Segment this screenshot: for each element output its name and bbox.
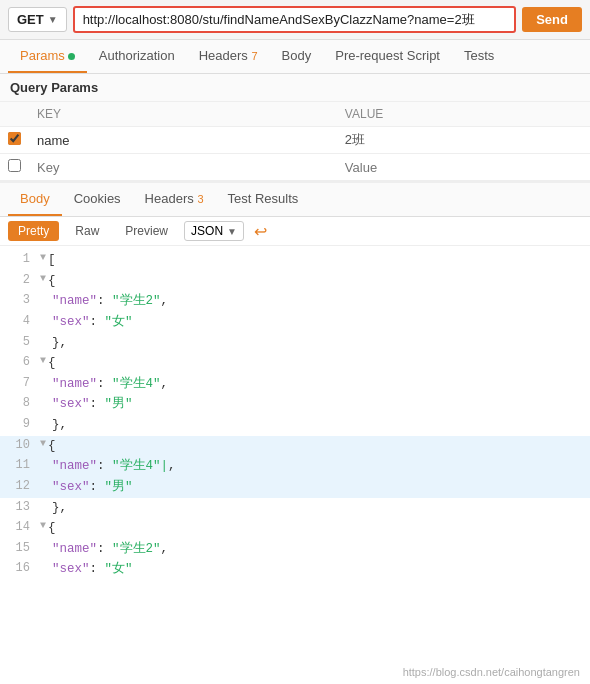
json-viewer: 1▼[2▼ {3 "name": "学生2",4 "sex": "女"5 },6… [0, 246, 590, 576]
json-line-content: { [48, 353, 56, 374]
json-line: 2▼ { [0, 271, 590, 292]
res-tab-body[interactable]: Body [8, 183, 62, 216]
res-tab-headers[interactable]: Headers 3 [133, 183, 216, 216]
method-label: GET [17, 12, 44, 27]
method-select[interactable]: GET ▼ [8, 7, 67, 32]
line-number: 6 [8, 353, 40, 374]
expand-icon[interactable]: ▼ [40, 436, 46, 457]
json-line: 8 "sex": "男" [0, 394, 590, 415]
tab-tests[interactable]: Tests [452, 40, 506, 73]
line-number: 9 [8, 415, 40, 436]
json-line: 13 }, [0, 498, 590, 519]
json-line: 10▼ { [0, 436, 590, 457]
line-number: 7 [8, 374, 40, 395]
json-line-content: }, [52, 333, 67, 354]
json-line-content: }, [52, 415, 67, 436]
json-format-select[interactable]: JSON ▼ [184, 221, 244, 241]
param-row-2 [0, 154, 590, 181]
line-number: 10 [8, 436, 40, 457]
json-line: 12 "sex": "男" [0, 477, 590, 498]
tab-prerequest[interactable]: Pre-request Script [323, 40, 452, 73]
json-line-content: [ [48, 250, 56, 271]
pretty-button[interactable]: Pretty [8, 221, 59, 241]
json-line-content: "sex": "女" [52, 559, 133, 576]
json-line-content: { [48, 271, 56, 292]
param-value-2[interactable] [337, 154, 590, 181]
param-checkbox-2[interactable] [0, 154, 29, 181]
line-number: 5 [8, 333, 40, 354]
res-tab-testresults[interactable]: Test Results [216, 183, 311, 216]
param-key-1[interactable] [29, 127, 337, 154]
json-line: 9 }, [0, 415, 590, 436]
line-number: 3 [8, 291, 40, 312]
watermark: https://blog.csdn.net/caihongtangren [403, 666, 580, 678]
line-number: 15 [8, 539, 40, 560]
json-line-content: "sex": "男" [52, 477, 133, 498]
key-col-header: KEY [29, 102, 337, 127]
json-line: 1▼[ [0, 250, 590, 271]
expand-icon[interactable]: ▼ [40, 271, 46, 292]
params-dot [68, 53, 75, 60]
chevron-down-icon: ▼ [48, 14, 58, 25]
expand-icon[interactable]: ▼ [40, 353, 46, 374]
preview-button[interactable]: Preview [115, 221, 178, 241]
json-line: 4 "sex": "女" [0, 312, 590, 333]
line-number: 2 [8, 271, 40, 292]
json-line-content: "sex": "女" [52, 312, 133, 333]
raw-button[interactable]: Raw [65, 221, 109, 241]
expand-icon[interactable]: ▼ [40, 250, 46, 271]
param-checkbox-1[interactable] [0, 127, 29, 154]
top-bar: GET ▼ Send [0, 0, 590, 40]
params-table: KEY VALUE [0, 102, 590, 181]
checkbox-col-header [0, 102, 29, 127]
json-line-content: "name": "学生2", [52, 539, 168, 560]
line-number: 1 [8, 250, 40, 271]
line-number: 16 [8, 559, 40, 576]
param-value-1[interactable] [337, 127, 590, 154]
value-col-header: VALUE [337, 102, 590, 127]
json-chevron-icon: ▼ [227, 226, 237, 237]
json-line-content: { [48, 436, 56, 457]
send-button[interactable]: Send [522, 7, 582, 32]
url-input[interactable] [73, 6, 517, 33]
json-line-content: "sex": "男" [52, 394, 133, 415]
response-section: Body Cookies Headers 3 Test Results Pret… [0, 181, 590, 576]
json-line: 11 "name": "学生4"|, [0, 456, 590, 477]
tab-headers[interactable]: Headers 7 [187, 40, 270, 73]
json-line: 16 "sex": "女" [0, 559, 590, 576]
request-tabs: Params Authorization Headers 7 Body Pre-… [0, 40, 590, 74]
line-number: 4 [8, 312, 40, 333]
json-line-content: "name": "学生4", [52, 374, 168, 395]
json-line: 7 "name": "学生4", [0, 374, 590, 395]
json-line: 15 "name": "学生2", [0, 539, 590, 560]
json-line: 14▼ { [0, 518, 590, 539]
param-row-1 [0, 127, 590, 154]
tab-body[interactable]: Body [270, 40, 324, 73]
format-bar: Pretty Raw Preview JSON ▼ ↩ [0, 217, 590, 246]
line-number: 12 [8, 477, 40, 498]
wrap-icon[interactable]: ↩ [254, 222, 267, 241]
json-line: 5 }, [0, 333, 590, 354]
json-line: 6▼ { [0, 353, 590, 374]
tab-authorization[interactable]: Authorization [87, 40, 187, 73]
json-line: 3 "name": "学生2", [0, 291, 590, 312]
expand-icon[interactable]: ▼ [40, 518, 46, 539]
json-line-content: }, [52, 498, 67, 519]
line-number: 8 [8, 394, 40, 415]
line-number: 11 [8, 456, 40, 477]
json-line-content: { [48, 518, 56, 539]
response-tabs: Body Cookies Headers 3 Test Results [0, 183, 590, 217]
query-params-title: Query Params [0, 74, 590, 102]
json-line-content: "name": "学生2", [52, 291, 168, 312]
line-number: 13 [8, 498, 40, 519]
tab-params[interactable]: Params [8, 40, 87, 73]
line-number: 14 [8, 518, 40, 539]
param-key-2[interactable] [29, 154, 337, 181]
res-tab-cookies[interactable]: Cookies [62, 183, 133, 216]
json-line-content: "name": "学生4"|, [52, 456, 176, 477]
